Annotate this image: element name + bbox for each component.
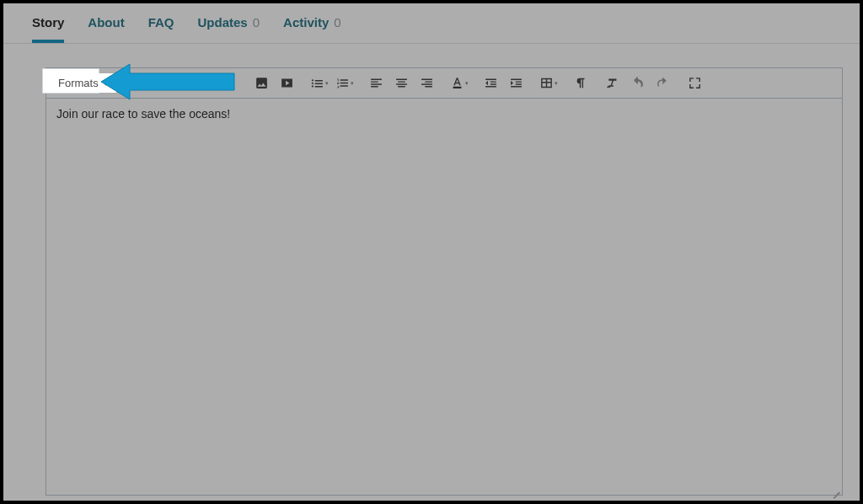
- indent-icon: [509, 76, 523, 90]
- tab-updates[interactable]: Updates 0: [198, 15, 260, 43]
- numbered-list-icon: [335, 76, 350, 90]
- editor-text: Join our race to save the oceans!: [56, 107, 230, 121]
- undo-button[interactable]: [626, 72, 650, 95]
- redo-button[interactable]: [651, 72, 675, 95]
- align-right-icon: [420, 76, 434, 90]
- pilcrow-icon: [573, 76, 587, 90]
- text-color-button[interactable]: ▾: [448, 72, 471, 95]
- fullscreen-icon: [688, 76, 702, 90]
- paragraph-button[interactable]: [569, 72, 592, 95]
- tab-story[interactable]: Story: [32, 15, 64, 43]
- formats-dropdown[interactable]: Formats ▾: [50, 73, 116, 93]
- tab-label: Updates: [198, 15, 248, 29]
- insert-video-button[interactable]: [276, 72, 299, 95]
- insert-image-button[interactable]: [250, 72, 274, 95]
- formats-label: Formats: [58, 77, 99, 89]
- bullet-list-icon: [310, 76, 324, 90]
- redo-icon: [656, 76, 670, 90]
- chevron-down-icon: ▾: [325, 80, 329, 87]
- align-center-icon: [394, 76, 409, 90]
- text-color-icon: [450, 76, 464, 90]
- tab-count: 0: [253, 15, 260, 29]
- clear-formatting-button[interactable]: [601, 72, 624, 95]
- tab-label: FAQ: [148, 15, 174, 29]
- unordered-list-button[interactable]: ▾: [308, 72, 331, 95]
- editor-body[interactable]: Join our race to save the oceans!: [46, 99, 842, 495]
- align-left-icon: [369, 76, 383, 90]
- undo-icon: [630, 76, 645, 90]
- align-left-button[interactable]: [365, 72, 389, 95]
- chevron-down-icon: ▾: [104, 79, 108, 88]
- chevron-down-icon: ▾: [555, 80, 558, 87]
- image-icon: [255, 76, 269, 90]
- table-icon: [539, 76, 554, 90]
- tab-activity[interactable]: Activity 0: [283, 15, 341, 43]
- outdent-icon: [484, 76, 498, 90]
- align-right-button[interactable]: [415, 72, 439, 95]
- chevron-down-icon: ▾: [465, 80, 469, 87]
- ordered-list-button[interactable]: ▾: [333, 72, 356, 95]
- editor-toolbar: Formats ▾ ▾ ▾: [46, 68, 842, 99]
- tab-label: Story: [32, 15, 64, 29]
- insert-table-button[interactable]: ▾: [537, 72, 560, 95]
- tabs: Story About FAQ Updates 0 Activity 0: [3, 3, 860, 44]
- svg-rect-0: [453, 87, 461, 88]
- align-center-button[interactable]: [390, 72, 414, 95]
- video-icon: [280, 76, 294, 90]
- tab-label: About: [88, 15, 124, 29]
- content-wrap: Story About FAQ Updates 0 Activity 0 For…: [3, 3, 860, 501]
- tab-faq[interactable]: FAQ: [148, 15, 174, 43]
- tab-about[interactable]: About: [88, 15, 124, 43]
- clear-format-icon: [605, 76, 619, 90]
- rich-text-editor: Formats ▾ ▾ ▾: [46, 67, 843, 496]
- indent-button[interactable]: [505, 72, 528, 95]
- resize-handle[interactable]: [830, 483, 840, 493]
- tab-label: Activity: [283, 15, 329, 29]
- outdent-button[interactable]: [480, 72, 503, 95]
- chevron-down-icon: ▾: [351, 80, 354, 87]
- tab-count: 0: [334, 15, 340, 29]
- fullscreen-button[interactable]: [683, 72, 707, 95]
